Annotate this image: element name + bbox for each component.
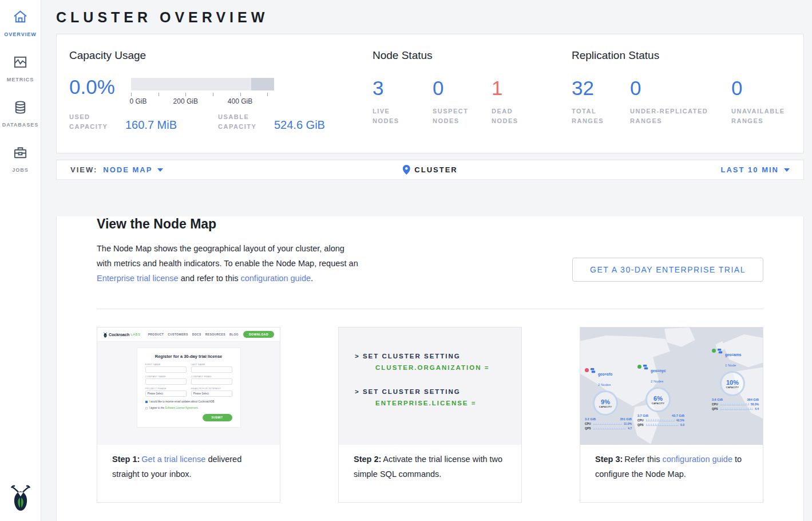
sidebar-item-jobs[interactable]: JOBS [12,145,29,173]
cpu-value: 42.5% [676,419,684,422]
mini-nav-item: BLOG [229,333,239,336]
unavailable-ranges-stat: 0 UNAVAILABLE RANGES [731,77,806,126]
view-selector[interactable]: NODE MAP [103,165,163,174]
under-replicated-ranges-label: UNDER-REPLICATED RANGES [630,106,722,126]
mini-checkbox-unchecked [145,407,148,409]
live-nodes-label: LIVE NODES [373,106,413,126]
configuration-guide-link[interactable]: configuration guide [240,274,311,283]
unavailable-ranges-value: 0 [731,77,806,100]
node-map-description: The Node Map shows the geographical layo… [97,241,361,286]
capacity-percent: 10% [726,379,739,386]
sql-commands-block: > SET CLUSTER SETTING CLUSTER.ORGANIZATI… [339,327,521,445]
node-map-title: View the Node Map [97,216,763,232]
cluster-summary-panel: Capacity Usage 0.0% 0 GiB 20 [56,34,804,153]
mini-download-button: DOWNLOAD [243,331,274,338]
mini-checkbox-label: I would like to receive email updates ab… [149,400,215,403]
axis-tick-label: 0 GiB [129,97,146,105]
mini-checkbox-label: I agree to the [149,406,165,409]
mini-field-label: FIRST NAME [145,363,187,366]
dead-nodes-label: DEAD NODES [492,106,532,126]
capacity-percent: 0.0% [69,76,131,105]
get-trial-license-link[interactable]: Get a trial license [141,455,205,464]
live-nodes-value: 3 [373,77,433,100]
qps-sparkline [646,424,679,426]
sql-command-line: > SET CLUSTER SETTING [355,388,521,395]
under-replicated-ranges-value: 0 [630,77,731,100]
usable-capacity-value: 524.6 GiB [274,119,337,132]
step-1-label: Step 1: [112,455,140,464]
locality-node-count: 2 Nodes [651,380,663,383]
main-content: CLUSTER OVERVIEW Capacity Usage 0.0% [41,0,812,521]
replication-status-section: Replication Status 32 TOTAL RANGES 0 UND… [572,49,806,126]
step-3-label: Step 3: [595,455,623,464]
mini-nav-item: RESOURCES [205,333,225,336]
usable-capacity-label: USABLE CAPACITY [218,112,268,132]
mini-logo-suffix: LABS [130,333,140,336]
node-map-preview: geo=sfo 2 Nodes 9% CAPACITY 3.2 GiB 351 … [580,327,763,445]
mini-nav-item: DOCS [192,333,201,336]
cluster-breadcrumb-label: CLUSTER [414,165,457,174]
description-text: and refer to this [179,274,241,283]
map-node-ams: geo=ams 1 Node 10% CAPACITY 3.6 GiB 364 … [712,348,763,411]
trial-license-screenshot: Cockroach LABS PRODUCT CUSTOMERS DOCS RE… [97,327,280,445]
cpu-label: CPU [712,402,719,406]
qps-label: QPS [637,423,644,427]
suspect-nodes-value: 0 [433,77,492,100]
sidebar-item-overview[interactable]: OVERVIEW [4,9,36,37]
chevron-down-icon [784,168,790,172]
enterprise-trial-license-link[interactable]: Enterprise trial license [97,274,179,283]
view-selector-value: NODE MAP [103,165,152,174]
qps-value: 0.0 [680,423,684,427]
step-2-caption: Step 2:Activate the trial license with t… [339,445,521,488]
step-3-card: geo=sfo 2 Nodes 9% CAPACITY 3.2 GiB 351 … [580,327,763,503]
capacity-percent: 6% [653,395,663,402]
suspect-nodes-label: SUSPECT NODES [433,106,473,126]
node-cluster-icon [590,368,596,374]
mini-checkbox-checked [145,401,148,403]
section-divider [97,309,763,309]
sidebar-item-metrics[interactable]: METRICS [7,54,34,82]
sidebar-item-label: DATABASES [2,122,39,128]
get-enterprise-trial-button[interactable]: GET A 30-DAY ENTERPRISE TRIAL [572,258,763,282]
mini-field-label: PROJECT PHASE [145,387,187,390]
replication-status-title: Replication Status [572,49,806,62]
cpu-value: 11.0% [624,422,632,425]
map-node-nyc: geo=nyc 2 Nodes 6% CAPACITY 3.7 GiB 43.7 [637,364,692,427]
step-1-card: Cockroach LABS PRODUCT CUSTOMERS DOCS RE… [97,327,280,503]
mini-registration-form: Register for a 30-day trial license FIRS… [137,348,241,428]
node-status-title: Node Status [373,49,549,62]
map-node-sfo: geo=sfo 2 Nodes 9% CAPACITY 3.2 GiB 351 … [585,368,640,430]
sql-command-arg: ENTERPRISE.LICENSE = [375,400,521,406]
total-capacity: 43.7 GiB [672,414,684,417]
capacity-axis: 0 GiB 200 GiB 400 GiB [131,90,274,105]
configuration-guide-link[interactable]: configuration guide [662,455,732,464]
used-capacity: 3.2 GiB [585,417,596,421]
sql-command-arg: CLUSTER.ORGANIZATION = [375,364,521,371]
total-ranges-value: 32 [572,77,630,100]
capacity-gauge: 9% CAPACITY [593,390,618,416]
briefcase-icon [13,145,28,163]
mini-nav-item: CUSTOMERS [168,333,188,336]
total-capacity: 364 GiB [747,398,759,401]
home-icon [13,9,28,27]
locality-name: geo=nyc [651,369,666,373]
mini-cockroach-logo: Cockroach LABS [103,331,141,338]
sidebar-item-label: JOBS [12,167,29,173]
page-title: CLUSTER OVERVIEW [56,0,804,34]
cpu-sparkline [593,423,622,425]
mini-field-label: REASON FOR INTEREST [191,387,232,390]
sidebar-item-databases[interactable]: DATABASES [2,100,39,128]
dead-nodes-value: 1 [492,77,549,100]
mini-field-label: LAST NAME [191,363,232,366]
description-text: The Node Map shows the geographical layo… [97,244,358,268]
locality-node-count: 1 Node [725,364,736,367]
cpu-label: CPU [585,422,592,425]
view-label: VIEW: [70,165,97,174]
time-range-selector[interactable]: LAST 10 MIN [721,165,790,174]
qps-value: 4.4 [755,407,759,411]
mini-select: Please Select [191,390,232,397]
total-capacity: 351 GiB [620,417,632,421]
node-map-panel: View the Node Map The Node Map shows the… [56,216,804,521]
capacity-usage-section: Capacity Usage 0.0% 0 GiB 20 [69,49,367,132]
used-capacity: 3.6 GiB [712,398,723,401]
